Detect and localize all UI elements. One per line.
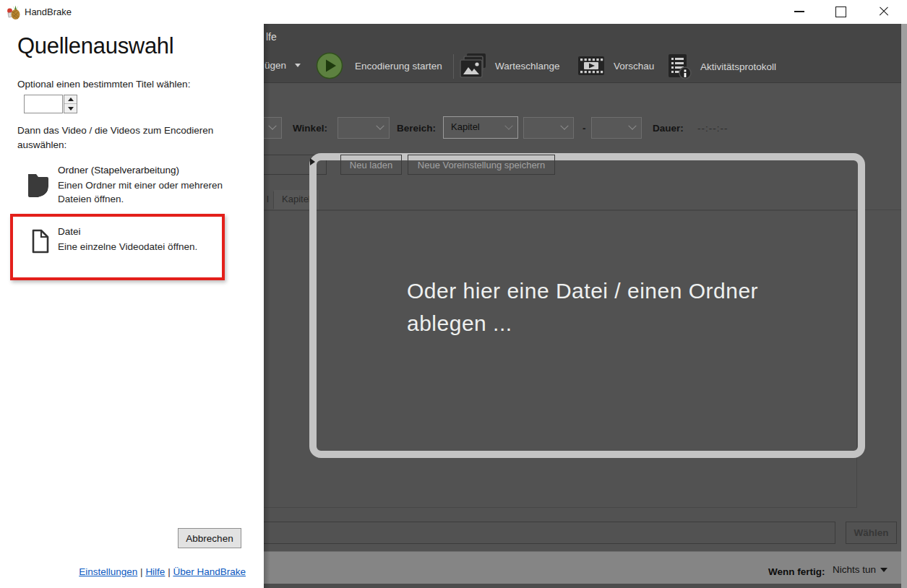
title-option-label: Optional einen bestimmten Titel wählen: bbox=[17, 79, 190, 90]
choose-destination-button[interactable]: Wählen bbox=[846, 522, 897, 544]
open-folder-option[interactable]: Ordner (Stapelverarbeitung) Einen Ordner… bbox=[27, 165, 244, 208]
main-window-dimmed: lfe ügen Encodierung starten Warteschlan… bbox=[264, 24, 901, 588]
titlebar: HandBrake bbox=[0, 0, 907, 24]
when-done-dropdown[interactable]: Nichts tun bbox=[833, 564, 887, 575]
handbrake-logo-icon bbox=[6, 4, 22, 20]
range-type-combobox[interactable]: Kapitel bbox=[443, 116, 518, 139]
maximize-button[interactable] bbox=[825, 0, 857, 23]
when-done-label: Wenn fertig: bbox=[768, 566, 825, 577]
angle-label: Winkel: bbox=[293, 123, 327, 134]
minimize-button[interactable] bbox=[783, 0, 815, 23]
drop-zone[interactable] bbox=[309, 153, 865, 458]
drop-zone-text-line1: Oder hier eine Datei / einen Ordner bbox=[407, 279, 758, 303]
chevron-down-icon bbox=[880, 568, 887, 572]
open-file-option[interactable]: Datei Eine einzelne Videodatei öffnen. bbox=[27, 226, 230, 256]
preview-icon bbox=[577, 53, 605, 78]
file-option-title: Datei bbox=[58, 226, 81, 237]
title-combobox-partial[interactable] bbox=[264, 117, 282, 139]
arrow-right-icon[interactable] bbox=[310, 158, 315, 165]
chevron-down-icon bbox=[295, 64, 301, 67]
instruction-line2: auswählen: bbox=[17, 139, 66, 150]
range-label: Bereich: bbox=[397, 123, 436, 134]
folder-icon bbox=[27, 169, 49, 198]
activity-log-icon bbox=[666, 53, 692, 79]
panel-heading: Quellenauswahl bbox=[17, 33, 173, 59]
start-encode-button[interactable]: Encodierung starten bbox=[316, 52, 442, 79]
queue-button[interactable]: Warteschlange bbox=[460, 53, 560, 79]
destination-path-input[interactable] bbox=[264, 522, 835, 544]
help-link[interactable]: Hilfe bbox=[145, 566, 165, 577]
range-type-value: Kapitel bbox=[451, 121, 480, 132]
chevron-down-icon bbox=[376, 122, 384, 130]
toolbar-separator bbox=[453, 54, 454, 79]
save-preset-button[interactable]: Neue Voreinstellung speichern bbox=[408, 155, 555, 175]
maximize-icon bbox=[835, 7, 846, 17]
when-done-value: Nichts tun bbox=[833, 564, 876, 575]
range-separator: - bbox=[583, 123, 586, 134]
preview-label: Vorschau bbox=[614, 61, 654, 72]
activity-log-button[interactable]: Aktivitätsprotokoll bbox=[666, 53, 776, 79]
chevron-down-icon bbox=[504, 121, 512, 129]
cancel-button[interactable]: Abbrechen bbox=[178, 528, 241, 548]
arrow-up-icon bbox=[68, 98, 74, 101]
link-separator: | bbox=[168, 566, 171, 577]
close-icon bbox=[878, 6, 890, 17]
close-button[interactable] bbox=[867, 0, 900, 23]
title-number-input[interactable] bbox=[24, 95, 63, 113]
start-encode-label: Encodierung starten bbox=[355, 61, 442, 72]
folder-option-desc2: Dateien öffnen. bbox=[58, 192, 124, 206]
chevron-down-icon bbox=[560, 122, 568, 130]
range-end-combobox[interactable] bbox=[591, 117, 642, 139]
duration-value: --:--:-- bbox=[697, 123, 728, 134]
chevron-down-icon bbox=[628, 122, 636, 130]
window-title: HandBrake bbox=[25, 7, 72, 17]
add-source-label: ügen bbox=[265, 60, 286, 71]
footer-links: Einstellungen | Hilfe | Über HandBrake bbox=[0, 566, 246, 577]
chevron-down-icon bbox=[268, 122, 276, 130]
queue-label: Warteschlange bbox=[495, 61, 560, 72]
source-selection-panel: Quellenauswahl Optional einen bestimmten… bbox=[0, 0, 264, 588]
window-right-edge bbox=[901, 24, 907, 588]
menu-item-hilfe-partial[interactable]: lfe bbox=[266, 31, 277, 43]
play-icon bbox=[316, 52, 343, 79]
file-option-desc: Eine einzelne Videodatei öffnen. bbox=[58, 240, 197, 254]
range-start-combobox[interactable] bbox=[523, 117, 574, 139]
instruction-line1: Dann das Video / die Videos zum Encodier… bbox=[17, 125, 213, 136]
activity-log-label: Aktivitätsprotokoll bbox=[700, 61, 776, 72]
preview-button[interactable]: Vorschau bbox=[577, 53, 654, 78]
angle-combobox[interactable] bbox=[338, 117, 390, 139]
spinner-down-button[interactable] bbox=[64, 104, 77, 113]
about-link[interactable]: Über HandBrake bbox=[173, 566, 246, 577]
spinner-up-button[interactable] bbox=[64, 95, 77, 104]
file-icon bbox=[32, 229, 50, 254]
tab-kapitel-label: Kapitel bbox=[282, 194, 311, 204]
duration-label: Dauer: bbox=[653, 123, 684, 134]
handbrake-window: { "titlebar": { "app_title": "HandBrake"… bbox=[0, 0, 907, 588]
add-source-button[interactable]: ügen bbox=[265, 56, 301, 74]
tab-separator bbox=[273, 191, 274, 209]
queue-icon bbox=[460, 53, 486, 79]
title-number-spinner bbox=[64, 95, 77, 113]
status-bar-base bbox=[264, 584, 901, 588]
reload-preset-button[interactable]: Neu laden bbox=[340, 155, 402, 175]
tab-partial[interactable]: l bbox=[267, 194, 269, 204]
arrow-down-icon bbox=[68, 107, 74, 111]
settings-link[interactable]: Einstellungen bbox=[79, 566, 137, 577]
folder-option-desc1: Einen Ordner mit einer oder mehreren bbox=[58, 178, 223, 192]
folder-option-title: Ordner (Stapelverarbeitung) bbox=[58, 165, 179, 176]
minimize-icon bbox=[794, 11, 804, 12]
link-separator: | bbox=[140, 566, 143, 577]
drop-zone-text-line2: ablegen ... bbox=[407, 311, 512, 336]
